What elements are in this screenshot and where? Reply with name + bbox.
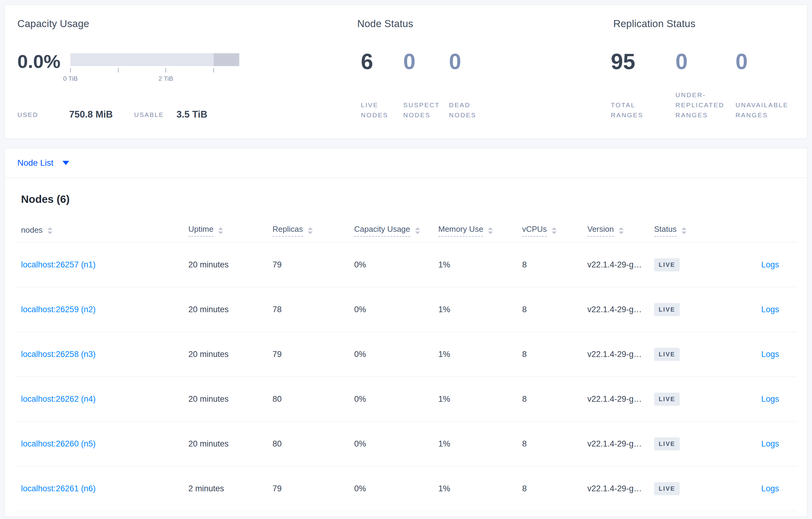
column-header-uptime[interactable]: Uptime xyxy=(188,224,272,237)
logs-link-n5[interactable]: Logs xyxy=(761,439,779,448)
unavailable-ranges-value: 0 xyxy=(735,51,803,72)
capacity-axis-tick xyxy=(70,68,71,72)
node-list-card: Node List Nodes (6) nodes Uptime Replica… xyxy=(5,148,807,517)
table-row-n2: localhost:26259 (n2) 20 minutes 78 0% 1%… xyxy=(16,287,798,332)
replicas-cell: 80 xyxy=(272,439,354,449)
node-link-n5[interactable]: localhost:26260 (n5) xyxy=(21,439,96,448)
total-ranges-label: TOTAL RANGES xyxy=(611,100,670,120)
version-cell: v22.1.4-29-g… xyxy=(587,484,654,493)
node-list-toggle-bar: Node List xyxy=(5,148,807,178)
capacity-cell: 0% xyxy=(354,350,438,359)
node-link-n4[interactable]: localhost:26262 (n4) xyxy=(21,394,96,403)
live-nodes-stat: 6 LIVE NODES xyxy=(361,51,407,120)
nodes-table: Nodes (6) nodes Uptime Replicas Capacity… xyxy=(16,193,798,511)
used-value: 750.8 MiB xyxy=(69,109,113,120)
cluster-overview-page: { "overview": { "capacity": { "title": "… xyxy=(0,0,812,519)
suspect-nodes-label: SUSPECT NODES xyxy=(403,100,450,120)
capacity-bar-reserved-segment xyxy=(214,53,239,66)
status-badge: LIVE xyxy=(654,437,680,451)
capacity-cell: 0% xyxy=(354,484,438,493)
vcpus-cell: 8 xyxy=(522,305,587,314)
under-replicated-ranges-value: 0 xyxy=(675,51,734,72)
capacity-axis-label-2: 2 TiB xyxy=(147,75,184,82)
sort-icon xyxy=(48,227,52,234)
unavailable-ranges-stat: 0 UNAVAILABLE RANGES xyxy=(735,51,803,120)
uptime-cell: 20 minutes xyxy=(188,260,272,270)
capacity-axis-tick xyxy=(118,68,119,72)
unavailable-ranges-label: UNAVAILABLE RANGES xyxy=(735,100,803,120)
status-badge: LIVE xyxy=(654,393,680,406)
logs-link-n1[interactable]: Logs xyxy=(761,260,779,269)
capacity-axis-tick xyxy=(166,68,166,72)
column-header-vcpus[interactable]: vCPUs xyxy=(522,224,587,237)
vcpus-cell: 8 xyxy=(522,394,587,404)
dead-nodes-value: 0 xyxy=(449,51,499,72)
vcpus-cell: 8 xyxy=(522,439,587,449)
live-nodes-value: 6 xyxy=(361,51,407,72)
column-header-memory-use[interactable]: Memory Use xyxy=(438,224,522,237)
node-link-n1[interactable]: localhost:26257 (n1) xyxy=(21,260,96,269)
vcpus-cell: 8 xyxy=(522,260,587,270)
capacity-axis-tick xyxy=(213,68,214,72)
capacity-axis-label-0: 0 TiB xyxy=(52,75,89,82)
under-replicated-ranges-stat: 0 UNDER-REPLICATED RANGES xyxy=(675,51,734,120)
status-badge: LIVE xyxy=(654,303,680,316)
memory-cell: 1% xyxy=(438,305,522,314)
usable-value: 3.5 TiB xyxy=(176,109,207,120)
vcpus-cell: 8 xyxy=(522,484,587,493)
table-row-n1: localhost:26257 (n1) 20 minutes 79 0% 1%… xyxy=(16,242,798,287)
logs-link-n4[interactable]: Logs xyxy=(761,394,779,403)
suspect-nodes-stat: 0 SUSPECT NODES xyxy=(403,51,450,120)
replicas-cell: 79 xyxy=(272,484,354,493)
capacity-cell: 0% xyxy=(354,305,438,314)
node-status-title: Node Status xyxy=(357,18,413,30)
capacity-cell: 0% xyxy=(354,260,438,270)
node-link-n2[interactable]: localhost:26259 (n2) xyxy=(21,305,96,314)
capacity-usage-bar xyxy=(70,53,239,66)
column-header-version[interactable]: Version xyxy=(587,224,654,237)
status-badge: LIVE xyxy=(654,348,680,361)
dead-nodes-stat: 0 DEAD NODES xyxy=(449,51,499,120)
capacity-used-usable-row: USED 750.8 MiB USABLE 3.5 TiB xyxy=(5,105,279,120)
version-cell: v22.1.4-29-g… xyxy=(587,305,654,314)
under-replicated-ranges-label: UNDER-REPLICATED RANGES xyxy=(675,90,734,120)
version-cell: v22.1.4-29-g… xyxy=(587,439,654,449)
table-row-n3: localhost:26258 (n3) 20 minutes 79 0% 1%… xyxy=(16,332,798,377)
total-ranges-value: 95 xyxy=(611,51,670,72)
used-label: USED xyxy=(18,111,38,120)
logs-link-n2[interactable]: Logs xyxy=(761,305,779,314)
replication-status-title: Replication Status xyxy=(613,18,696,30)
table-row-n4: localhost:26262 (n4) 20 minutes 80 0% 1%… xyxy=(16,377,798,422)
node-link-n6[interactable]: localhost:26261 (n6) xyxy=(21,484,96,493)
uptime-cell: 20 minutes xyxy=(188,350,272,359)
node-list-dropdown[interactable]: Node List xyxy=(18,158,69,168)
column-header-replicas[interactable]: Replicas xyxy=(272,224,354,237)
version-cell: v22.1.4-29-g… xyxy=(587,350,654,359)
nodes-heading: Nodes (6) xyxy=(21,193,798,205)
table-row-n5: localhost:26260 (n5) 20 minutes 80 0% 1%… xyxy=(16,422,798,466)
logs-link-n6[interactable]: Logs xyxy=(761,484,779,493)
node-link-n3[interactable]: localhost:26258 (n3) xyxy=(21,350,96,359)
usable-label: USABLE xyxy=(134,111,164,120)
table-row-n6: localhost:26261 (n6) 2 minutes 79 0% 1% … xyxy=(16,466,798,511)
column-header-nodes[interactable]: nodes xyxy=(16,225,188,236)
version-cell: v22.1.4-29-g… xyxy=(587,394,654,404)
sort-icon xyxy=(619,227,624,234)
replicas-cell: 79 xyxy=(272,350,354,359)
logs-link-n3[interactable]: Logs xyxy=(761,350,779,359)
uptime-cell: 2 minutes xyxy=(188,484,272,493)
suspect-nodes-value: 0 xyxy=(403,51,450,72)
sort-icon xyxy=(552,227,557,234)
chevron-down-icon xyxy=(62,161,69,165)
sort-icon xyxy=(682,227,687,234)
node-list-dropdown-label: Node List xyxy=(18,158,53,168)
column-header-capacity-usage[interactable]: Capacity Usage xyxy=(354,224,438,237)
memory-cell: 1% xyxy=(438,260,522,270)
sort-icon xyxy=(488,227,493,234)
capacity-cell: 0% xyxy=(354,439,438,449)
uptime-cell: 20 minutes xyxy=(188,305,272,314)
status-badge: LIVE xyxy=(654,482,680,495)
sort-icon xyxy=(415,227,420,234)
column-header-status[interactable]: Status xyxy=(654,224,721,237)
replicas-cell: 80 xyxy=(272,394,354,404)
